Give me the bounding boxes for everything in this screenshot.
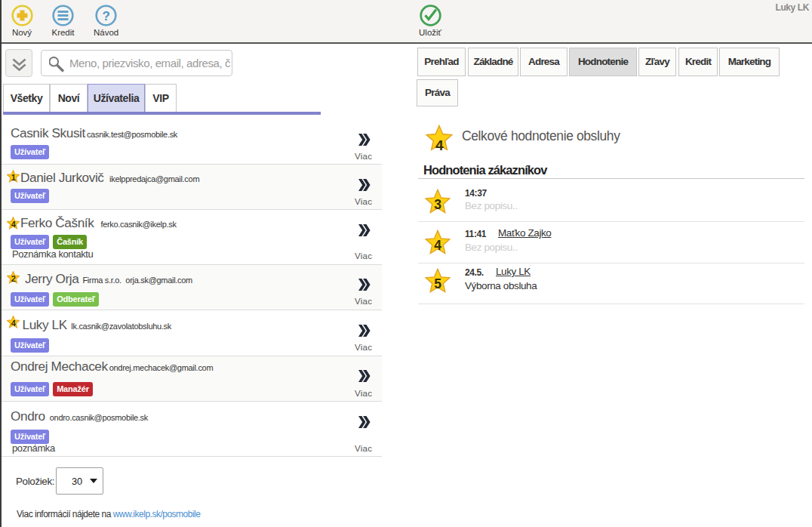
svg-text:?: ? [103,9,110,23]
